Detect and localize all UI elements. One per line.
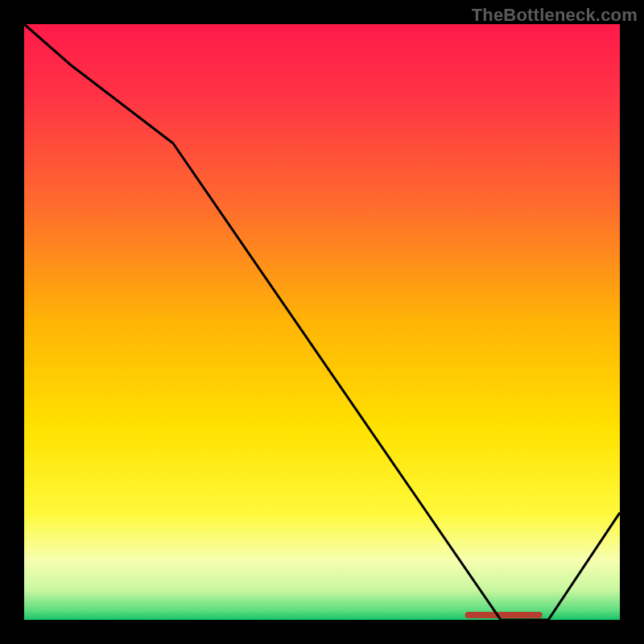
gradient-background <box>24 24 620 620</box>
optimal-range-marker <box>465 612 543 618</box>
chart-canvas: TheBottleneck.com <box>0 0 644 644</box>
bottleneck-line-chart <box>0 0 644 644</box>
